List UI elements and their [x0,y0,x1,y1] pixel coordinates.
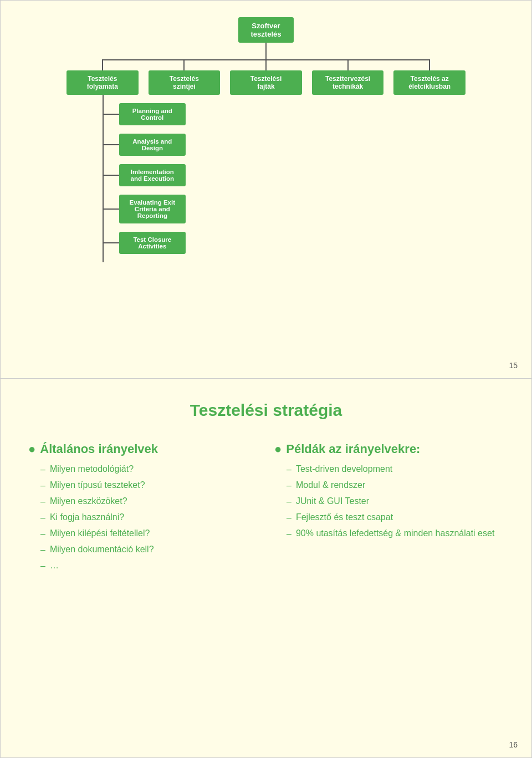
left-sub-items: – Milyen metodológiát? – Milyen típusú t… [40,464,258,571]
tree-diagram: Szoftver tesztelés Tesztelésfolyamata Te… [23,17,509,262]
right-sub-items: – Test-driven development – Modul & rend… [287,464,504,539]
list-item: – Milyen kilépési feltétellel? [40,528,258,539]
left-node-3: Imlementationand Execution [119,164,186,186]
right-bullet-text: Példák az irányelvekre: [286,442,420,456]
top-node-2: Tesztelésszintjei [149,70,221,95]
root-node: Szoftver tesztelés [238,17,294,43]
top-node-3: Tesztelésifajták [230,70,302,95]
slide2-content: ● Általános irányelvek – Milyen metodoló… [28,442,504,577]
right-main-bullet: ● Példák az irányelvekre: [274,442,504,456]
top-node-5: Tesztelés azéletciklusban [393,70,466,95]
right-column: ● Példák az irányelvekre: – Test-driven … [274,442,504,577]
right-bullet-dot: ● [274,442,282,456]
left-node-2: Analysis andDesign [119,134,186,156]
top-node-1: Tesztelésfolyamata [66,70,139,95]
slide-1: Szoftver tesztelés Tesztelésfolyamata Te… [0,0,532,379]
slide-number-2: 16 [509,740,518,749]
list-item: – Milyen metodológiát? [40,464,258,475]
list-item: – Test-driven development [287,464,504,475]
top-node-4: Teszttervezésitechnikák [312,70,384,95]
list-item: – Modul & rendszer [287,480,504,491]
list-item: – JUnit & GUI Tester [287,496,504,507]
left-node-1: Planning andControl [119,103,186,125]
slide-number-1: 15 [509,361,518,370]
list-item: – Fejlesztő és teszt csapat [287,512,504,523]
left-column: ● Általános irányelvek – Milyen metodoló… [28,442,258,577]
list-item: – Milyen típusú teszteket? [40,480,258,491]
root-connector [265,43,267,59]
slide-2: Tesztelési stratégia ● Általános irányel… [0,379,532,758]
list-item: – Ki fogja használni? [40,512,258,523]
left-main-bullet: ● Általános irányelvek [28,442,258,456]
list-item: – Milyen dokumentáció kell? [40,545,258,555]
slide2-title: Tesztelési stratégia [28,401,504,420]
list-item: – Milyen eszközöket? [40,496,258,507]
left-bullet-text: Általános irányelvek [40,442,158,456]
left-bullet-dot: ● [28,442,35,456]
list-item: – 90% utasítás lefedettség & minden hasz… [287,528,504,539]
left-node-4: Evaluating ExitCriteria andReporting [119,195,186,223]
list-item: – … [40,561,258,571]
left-node-5: Test ClosureActivities [119,232,186,254]
